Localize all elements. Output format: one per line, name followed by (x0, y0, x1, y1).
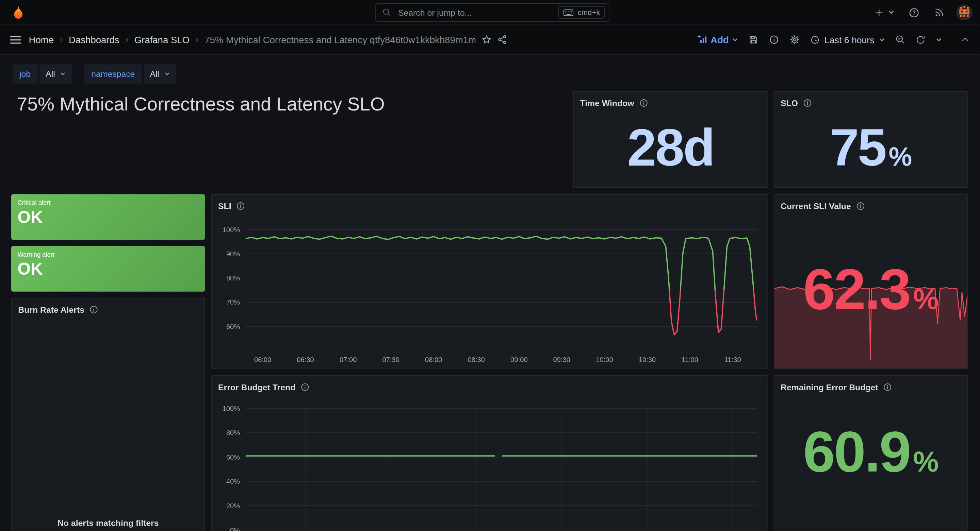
refresh-button[interactable] (913, 32, 928, 47)
variable-namespace-value[interactable]: All (143, 64, 176, 84)
grafana-flame-icon (10, 5, 26, 21)
svg-text:70%: 70% (226, 298, 240, 306)
critical-alert-box[interactable]: Critical alert OK (11, 194, 205, 240)
collapse-toolbar-button[interactable] (958, 33, 972, 47)
breadcrumb-current: 75% Mythical Correctness and Latency qtf… (202, 33, 479, 46)
variable-namespace-selected: All (150, 69, 159, 79)
variable-job-value[interactable]: All (40, 64, 72, 84)
info-icon[interactable] (639, 98, 648, 108)
shortcut-hint: cmd+k (558, 6, 605, 19)
svg-text:100%: 100% (223, 226, 240, 233)
navbar-actions: ? (871, 0, 972, 25)
svg-text:07:00: 07:00 (340, 356, 357, 363)
svg-text:08:00: 08:00 (425, 356, 442, 363)
refresh-icon (916, 35, 926, 44)
info-icon[interactable] (883, 383, 892, 392)
panel-title[interactable]: SLI (218, 201, 231, 211)
info-icon[interactable] (89, 305, 98, 314)
chevron-up-icon (961, 35, 970, 44)
sli-chart[interactable]: 60%70%80%90%100%06:0006:3007:0007:3008:0… (212, 195, 768, 368)
error-budget-trend-chart[interactable]: 0%20%40%60%80%100%06:0006:3007:0007:3008… (212, 376, 768, 531)
svg-text:20%: 20% (226, 502, 240, 510)
share-button[interactable] (494, 32, 510, 48)
refresh-interval-dropdown[interactable] (933, 34, 944, 45)
time-window-stat: 28d (627, 121, 714, 173)
svg-text:90%: 90% (226, 250, 240, 258)
svg-text:09:00: 09:00 (511, 356, 528, 363)
panel-time-window: Time Window 28d (573, 91, 768, 188)
panel-title[interactable]: Remaining Error Budget (781, 382, 878, 392)
search-input[interactable] (397, 7, 553, 18)
help-button[interactable]: ? (905, 4, 923, 21)
current-sli-stat: 62.3 % (803, 260, 939, 318)
shortcut-label: cmd+k (578, 8, 600, 17)
hamburger-icon (10, 35, 21, 44)
alert-status: OK (18, 208, 199, 227)
current-sli-suffix: % (913, 285, 939, 314)
svg-text:09:30: 09:30 (553, 356, 571, 363)
time-range-picker[interactable]: Last 6 hours (808, 32, 888, 47)
info-icon[interactable] (856, 201, 865, 211)
user-avatar[interactable] (956, 5, 972, 21)
variable-namespace-label[interactable]: namespace (84, 64, 142, 84)
rss-icon (934, 7, 945, 18)
question-circle-icon: ? (908, 6, 920, 18)
variable-job-selected: All (46, 69, 55, 79)
panel-title[interactable]: Burn Rate Alerts (18, 305, 84, 314)
dashboard-insights-button[interactable] (766, 32, 782, 48)
info-icon[interactable] (236, 201, 245, 211)
svg-text:07:30: 07:30 (382, 356, 399, 363)
star-icon (481, 34, 492, 45)
svg-text:06:30: 06:30 (297, 356, 314, 363)
chevron-right-icon (57, 36, 65, 43)
chevron-down-icon (60, 71, 66, 77)
grafana-logo[interactable] (10, 5, 26, 21)
variable-namespace: namespace All (84, 64, 176, 84)
panel-title[interactable]: Time Window (580, 98, 634, 108)
svg-text:80%: 80% (226, 429, 240, 436)
svg-text:60%: 60% (226, 323, 240, 330)
add-panel-button[interactable]: Add (695, 32, 741, 48)
menu-toggle-button[interactable] (8, 33, 24, 46)
svg-text:08:30: 08:30 (468, 356, 485, 363)
breadcrumb-folder[interactable]: Grafana SLO (132, 33, 192, 46)
zoom-out-button[interactable] (892, 32, 908, 48)
chevron-down-icon (878, 36, 885, 43)
current-sli-value: 62.3 (803, 260, 910, 318)
new-button[interactable] (871, 5, 897, 21)
panel-burn-rate-alerts: Burn Rate Alerts No alerts matching filt… (11, 298, 205, 531)
panel-current-sli: Current SLI Value 62.3 % (774, 194, 968, 369)
chevron-down-icon (732, 36, 738, 43)
slo-stat: 75 % (830, 121, 912, 173)
info-icon[interactable] (803, 98, 812, 108)
alert-status: OK (18, 260, 199, 279)
plus-icon (874, 7, 885, 18)
variable-job: job All (13, 64, 72, 84)
chevron-right-icon (123, 36, 130, 43)
avatar-pixel-icon (956, 5, 972, 21)
save-dashboard-button[interactable] (746, 32, 762, 48)
keyboard-icon (563, 8, 574, 17)
panel-title[interactable]: Current SLI Value (781, 201, 851, 211)
top-navbar: cmd+k ? (0, 0, 980, 25)
svg-text:06:00: 06:00 (254, 356, 272, 363)
variable-job-label[interactable]: job (13, 64, 37, 84)
chevron-down-icon (888, 10, 894, 16)
search-box[interactable]: cmd+k (375, 3, 609, 22)
bar-chart-plus-icon (697, 34, 708, 45)
add-label: Add (711, 34, 729, 45)
alert-label: Critical alert (18, 199, 199, 206)
svg-text:0%: 0% (230, 526, 240, 531)
warning-alert-box[interactable]: Warning alert OK (11, 246, 205, 292)
panel-error-budget-trend: Error Budget Trend 0%20%40%60%80%100%06:… (211, 375, 768, 531)
breadcrumb-dashboards[interactable]: Dashboards (66, 33, 122, 46)
panel-title[interactable]: Error Budget Trend (218, 382, 295, 392)
dashboard-settings-button[interactable] (787, 32, 803, 48)
favorite-button[interactable] (479, 32, 494, 48)
svg-text:?: ? (912, 10, 916, 16)
breadcrumb-home[interactable]: Home (26, 33, 56, 46)
slo-value: 75 (830, 121, 885, 173)
panel-title[interactable]: SLO (781, 98, 798, 108)
news-button[interactable] (931, 5, 948, 21)
info-icon[interactable] (301, 383, 309, 392)
